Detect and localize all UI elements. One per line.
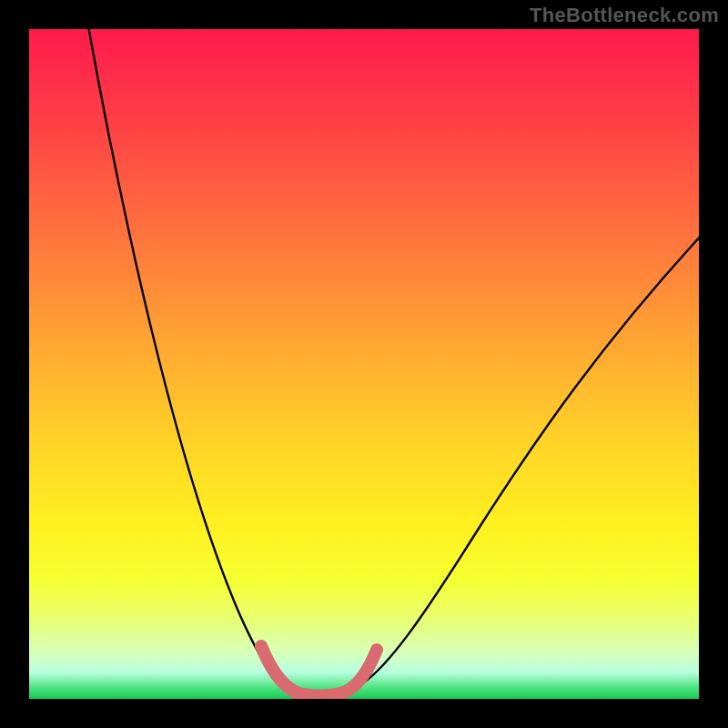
- bottleneck-curve-right: [339, 234, 699, 693]
- curve-layer: [29, 29, 699, 699]
- chart-frame: TheBottleneck.com: [0, 0, 728, 728]
- plot-area: [29, 29, 699, 699]
- optimal-zone-marker: [261, 646, 377, 696]
- bottleneck-curve-left: [86, 29, 308, 693]
- watermark-text: TheBottleneck.com: [530, 4, 719, 27]
